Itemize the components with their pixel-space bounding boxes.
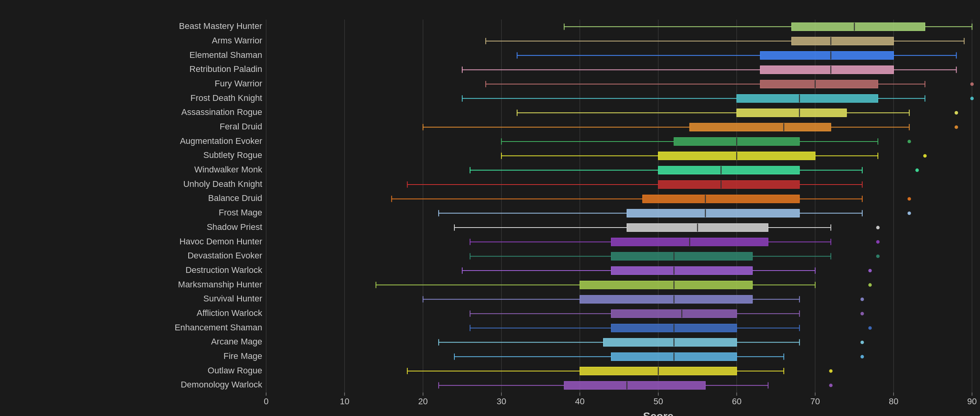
svg-rect-191 bbox=[603, 338, 737, 346]
svg-text:Score: Score bbox=[643, 410, 674, 416]
svg-text:Balance Druid: Balance Druid bbox=[208, 193, 262, 203]
svg-rect-175 bbox=[611, 310, 737, 317]
svg-rect-143 bbox=[611, 252, 753, 260]
svg-point-217 bbox=[829, 384, 832, 387]
svg-text:10: 10 bbox=[340, 396, 349, 406]
svg-point-74 bbox=[955, 126, 958, 129]
svg-rect-119 bbox=[627, 209, 800, 217]
svg-text:0: 0 bbox=[264, 396, 268, 406]
svg-text:Fire Mage: Fire Mage bbox=[223, 351, 262, 361]
svg-text:Outlaw Rogue: Outlaw Rogue bbox=[208, 366, 262, 375]
svg-text:Frost Death Knight: Frost Death Knight bbox=[191, 93, 262, 103]
svg-rect-40 bbox=[760, 66, 894, 74]
svg-text:Frost Mage: Frost Mage bbox=[219, 208, 262, 217]
svg-rect-32 bbox=[760, 52, 894, 59]
svg-text:Destruction Warlock: Destruction Warlock bbox=[186, 265, 263, 275]
svg-text:80: 80 bbox=[889, 396, 898, 406]
svg-rect-96 bbox=[658, 166, 800, 174]
svg-text:20: 20 bbox=[418, 396, 428, 406]
svg-text:Subtlety Rogue: Subtlety Rogue bbox=[204, 150, 262, 160]
svg-point-145 bbox=[876, 255, 880, 258]
svg-text:40: 40 bbox=[575, 396, 584, 406]
svg-point-66 bbox=[955, 111, 958, 115]
svg-rect-104 bbox=[658, 181, 800, 188]
main-chart: Beast Mastery HunterArms WarriorElementa… bbox=[133, 8, 980, 416]
svg-point-129 bbox=[876, 226, 880, 230]
svg-rect-56 bbox=[737, 95, 878, 102]
svg-point-177 bbox=[861, 312, 864, 316]
svg-point-153 bbox=[868, 269, 872, 273]
svg-text:Havoc Demon Hunter: Havoc Demon Hunter bbox=[179, 237, 262, 246]
svg-text:Enhancement Shaman: Enhancement Shaman bbox=[175, 323, 262, 332]
svg-text:90: 90 bbox=[967, 396, 976, 406]
svg-text:Demonology Warlock: Demonology Warlock bbox=[181, 380, 263, 389]
svg-point-113 bbox=[908, 197, 911, 201]
svg-text:Augmentation Evoker: Augmentation Evoker bbox=[180, 136, 262, 146]
svg-point-185 bbox=[868, 326, 872, 330]
svg-rect-48 bbox=[760, 80, 878, 88]
svg-text:Marksmanship Hunter: Marksmanship Hunter bbox=[178, 280, 262, 289]
svg-text:50: 50 bbox=[654, 396, 663, 406]
svg-text:Survival Hunter: Survival Hunter bbox=[204, 294, 262, 303]
svg-text:Beast Mastery Hunter: Beast Mastery Hunter bbox=[179, 21, 262, 31]
svg-point-121 bbox=[908, 212, 911, 215]
svg-text:Devastation Evoker: Devastation Evoker bbox=[187, 251, 262, 260]
svg-text:60: 60 bbox=[732, 396, 741, 406]
svg-text:Feral Druid: Feral Druid bbox=[220, 122, 262, 131]
svg-point-169 bbox=[861, 298, 864, 301]
chart-container: Beast Mastery HunterArms WarriorElementa… bbox=[0, 0, 980, 416]
svg-text:Arcane Mage: Arcane Mage bbox=[211, 337, 262, 346]
svg-text:Affliction Warlock: Affliction Warlock bbox=[197, 308, 263, 318]
svg-rect-215 bbox=[564, 382, 706, 389]
svg-point-82 bbox=[908, 140, 911, 143]
svg-point-161 bbox=[868, 283, 872, 287]
svg-point-98 bbox=[915, 169, 919, 172]
svg-rect-159 bbox=[580, 281, 753, 289]
svg-text:70: 70 bbox=[811, 396, 820, 406]
svg-point-209 bbox=[829, 369, 832, 373]
svg-point-50 bbox=[970, 82, 974, 86]
svg-rect-111 bbox=[643, 195, 800, 203]
svg-rect-151 bbox=[611, 267, 753, 274]
svg-point-58 bbox=[970, 97, 974, 100]
svg-text:Shadow Priest: Shadow Priest bbox=[207, 222, 262, 232]
svg-point-90 bbox=[923, 154, 927, 158]
svg-rect-16 bbox=[792, 23, 925, 30]
svg-rect-167 bbox=[580, 295, 753, 303]
svg-text:30: 30 bbox=[497, 396, 506, 406]
svg-text:Elemental Shaman: Elemental Shaman bbox=[189, 50, 262, 60]
svg-text:Windwalker Monk: Windwalker Monk bbox=[194, 165, 263, 174]
svg-rect-24 bbox=[792, 37, 894, 45]
svg-text:Unholy Death Knight: Unholy Death Knight bbox=[183, 179, 262, 189]
svg-text:Arms Warrior: Arms Warrior bbox=[212, 36, 262, 45]
svg-text:Assassination Rogue: Assassination Rogue bbox=[181, 107, 262, 117]
svg-text:Fury Warrior: Fury Warrior bbox=[215, 79, 262, 88]
svg-text:Retribution Paladin: Retribution Paladin bbox=[189, 64, 262, 74]
svg-point-137 bbox=[876, 240, 880, 244]
svg-rect-72 bbox=[690, 123, 831, 131]
svg-point-201 bbox=[861, 355, 864, 359]
svg-rect-64 bbox=[737, 109, 847, 117]
svg-point-193 bbox=[861, 341, 864, 344]
